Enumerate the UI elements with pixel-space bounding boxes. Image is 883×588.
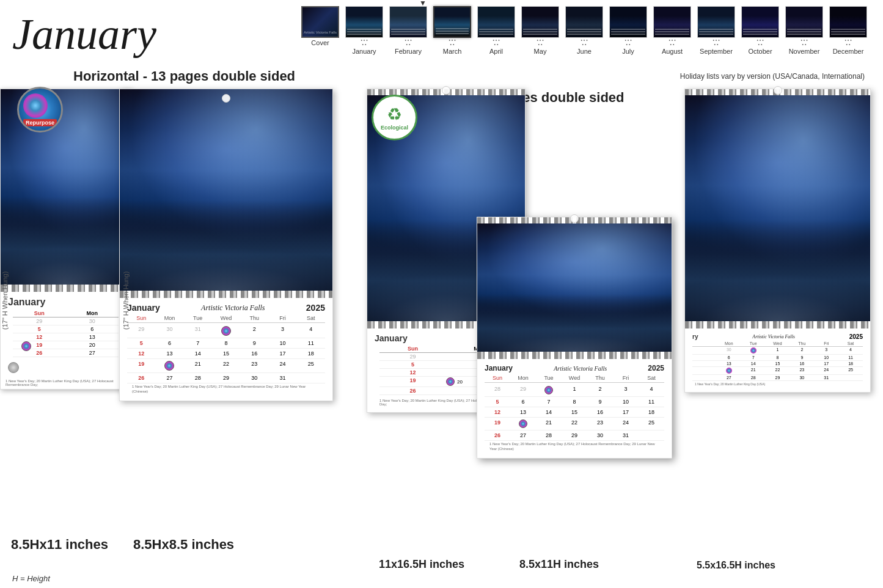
cal-week-2: 567891011	[127, 338, 325, 349]
thumb-june-label: June	[577, 48, 592, 55]
card5-art-title: Artistic Victoria Falls	[752, 334, 795, 339]
card4-size-label: 8.5x11H inches	[519, 558, 599, 571]
card5-year: 2025	[849, 333, 863, 340]
card3-size-label: 11x16.5H inches	[379, 558, 464, 571]
thumb-april[interactable]: • • •• • April	[475, 6, 517, 55]
card5-r4: 2122232425	[692, 367, 863, 375]
card2-hole	[222, 94, 230, 103]
card5-r2: 67891011	[692, 355, 863, 361]
calendar-card-5: ry Artistic Victoria Falls 2025 MonTueWe…	[684, 89, 871, 393]
card5-r5: 2728293031	[692, 375, 863, 381]
card4-week-5: 262728293031	[485, 430, 664, 441]
thumb-september[interactable]: • • •• • September	[695, 6, 737, 55]
card2-size-label: 8.5Hx8.5 inches	[133, 537, 234, 553]
thumb-march-label: March	[443, 48, 462, 55]
card1-month: January	[8, 297, 45, 308]
card1-spiral	[1, 285, 131, 292]
card3-month: January	[375, 333, 408, 343]
card2-image	[120, 89, 332, 291]
card4-grid: January Artistic Victoria Falls 2025 Sun…	[477, 359, 672, 458]
calendar-card-2: January Artistic Victoria Falls 2025 Sun…	[119, 89, 333, 401]
card1-coin	[8, 362, 19, 373]
card1-hung-label: (17" H When Hung)	[1, 208, 9, 330]
card4-days-header: SunMonTueWedThuFriSat	[485, 375, 664, 383]
thumb-december[interactable]: • • •• • December	[827, 6, 869, 55]
card1-grid: January A SunMon 2930 56 1213 19 20 2627	[1, 292, 131, 378]
card4-spiral-bottom	[477, 352, 672, 359]
cal-week-5: 262728293031	[127, 373, 325, 383]
thumb-august-label: August	[662, 48, 683, 55]
thumb-october[interactable]: • • •• • October	[739, 6, 781, 55]
card4-image	[477, 223, 672, 352]
card5-spiral-bottom	[685, 321, 870, 328]
card5-days: MonTueWedThuFriSat	[692, 341, 863, 347]
card2-art-title: Artistic Victoria Falls	[201, 303, 265, 313]
card4-month: January	[485, 364, 513, 372]
card5-month-label: ry	[692, 333, 698, 340]
repurpose-label: Repurpose	[23, 119, 57, 126]
thumb-september-label: September	[700, 48, 733, 55]
card2-grid: January Artistic Victoria Falls 2025 Sun…	[120, 298, 332, 401]
thumb-january-label: January	[352, 48, 376, 55]
thumb-october-label: October	[748, 48, 772, 55]
thumb-november[interactable]: • • •• • November	[783, 6, 825, 55]
thumb-august[interactable]: • • •• • August	[651, 6, 693, 55]
recycle-icon: ♻	[387, 104, 402, 125]
card2-year: 2025	[306, 303, 325, 313]
card4-week-4: 19 2122232425	[485, 418, 664, 430]
ecological-badge: ♻ Ecological	[372, 95, 417, 140]
card5-grid: ry Artistic Victoria Falls 2025 MonTueWe…	[685, 328, 870, 392]
cal-week-3: 12131415161718	[127, 349, 325, 359]
card4-week-2: 567891011	[485, 397, 664, 407]
thumb-february[interactable]: • • •• • February	[387, 6, 429, 55]
thumb-january[interactable]: • • •• • January	[343, 6, 385, 55]
card2-month: January	[127, 303, 160, 313]
card1-footer-note: 1 New Year's Day; 20 Martin Luther King …	[1, 378, 131, 389]
calendar-card-1: January A SunMon 2930 56 1213 19 20 2627…	[0, 89, 131, 390]
h-note: H = Height	[12, 574, 50, 583]
card5-size-label: 5.5x16.5H inches	[697, 560, 775, 571]
thumb-cover[interactable]: Artistic Victoria Falls Cover	[299, 6, 341, 46]
cal-week-4: 19 2122232425	[127, 359, 325, 373]
thumb-may[interactable]: • • •• • May	[519, 6, 561, 55]
thumb-december-label: December	[833, 48, 864, 55]
thumb-february-label: February	[395, 48, 422, 55]
card4-spiral-top	[477, 217, 672, 223]
card4-footer: 1 New Year's Day; 20 Martin Luther King …	[485, 441, 664, 453]
thumb-march[interactable]: • • •• • March	[431, 6, 473, 55]
card2-days-header: SunMonTueWedThuFriSat	[127, 315, 325, 323]
thumbnail-strip: ▼ Artistic Victoria Falls Cover • • •• •…	[299, 6, 869, 55]
card5-footer: 1 New Year's Day; 20 Martin Luther King …	[692, 381, 863, 387]
card2-footer: 1 New Year's Day; 20 Martin Luther King …	[127, 383, 325, 396]
repurpose-badge: Repurpose	[17, 87, 63, 132]
thumb-cover-label: Cover	[311, 39, 329, 46]
card1-cal: SunMon 2930 56 1213 19 20 2627	[8, 310, 123, 360]
ecological-label: Ecological	[381, 125, 408, 131]
card5-spiral-top	[685, 89, 870, 95]
thumb-june[interactable]: • • •• • June	[563, 6, 605, 55]
card2-hung-label: (17" H When Hung)	[122, 208, 130, 330]
cal-week-1: 293031 234	[127, 324, 325, 338]
holiday-note: Holiday lists vary by version (USA/Canad…	[680, 72, 865, 81]
thumb-july[interactable]: • • •• • July	[607, 6, 649, 55]
card4-art-title: Artistic Victoria Falls	[554, 365, 607, 372]
card1-size-label: 8.5Hx11 inches	[11, 537, 108, 553]
thumb-april-label: April	[489, 48, 503, 55]
card4-year: 2025	[648, 364, 664, 372]
card5-image	[685, 95, 870, 321]
thumb-may-label: May	[534, 48, 547, 55]
card5-r1: 30 1234	[692, 347, 863, 355]
thumb-november-label: November	[789, 48, 820, 55]
calendar-card-4: January Artistic Victoria Falls 2025 Sun…	[477, 217, 672, 459]
card4-week-1: 2829 1234	[485, 384, 664, 397]
horizontal-format-label: Horizontal - 13 pages double sided	[73, 68, 295, 84]
card5-r3: 131415161718	[692, 361, 863, 367]
thumb-july-label: July	[622, 48, 634, 55]
page-title: January	[12, 9, 156, 60]
card4-week-3: 12131415161718	[485, 407, 664, 418]
card2-spiral	[120, 291, 332, 298]
